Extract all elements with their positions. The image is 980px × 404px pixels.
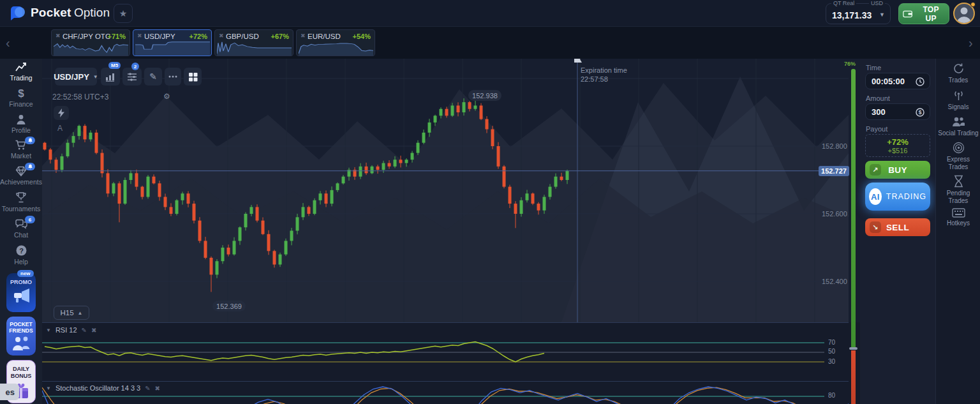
cut-tooltip: es (0, 384, 19, 400)
close-icon[interactable]: ✖ (301, 33, 306, 39)
sparkline (135, 40, 210, 56)
payout-percent: +72% (887, 137, 909, 147)
candlestick-chart-canvas[interactable] (42, 59, 860, 404)
timeframe-selector-button[interactable]: H15 ▲ (54, 306, 89, 320)
promo-new-badge: new (17, 270, 34, 277)
close-icon[interactable]: ✖ (219, 33, 224, 39)
sparkline (299, 40, 373, 56)
sentiment-bar-handle[interactable] (849, 347, 858, 350)
tab-pair-label: EUR/USD (308, 33, 341, 40)
edit-pencil-icon[interactable]: ✎ (145, 385, 150, 392)
clock-icon[interactable] (916, 77, 924, 86)
balance-selector[interactable]: QT Real USD 13,171.33 ▼ (826, 3, 891, 24)
notification-badge (25, 137, 35, 144)
gear-icon[interactable]: ⚙ (163, 92, 170, 101)
close-icon[interactable]: ✖ (137, 33, 142, 39)
asset-tab-gbpusd[interactable]: ✖ GBP/USD +67% (214, 29, 293, 56)
history-icon (953, 63, 965, 75)
close-icon[interactable]: ✖ (56, 33, 61, 39)
rightnav-item-hotkeys[interactable]: Hotkeys (936, 208, 980, 227)
remove-icon[interactable]: ✖ (91, 327, 96, 334)
concentric-circles-icon (953, 142, 965, 154)
asset-tab-usdjpy-active[interactable]: ✖ USD/JPY +72% (133, 29, 212, 56)
rightnav-item-signals[interactable]: Signals (936, 89, 980, 111)
chat-count-badge: 6 (25, 216, 35, 223)
sidebar-item-market[interactable]: Market (0, 139, 42, 160)
promo-card[interactable]: PROMO (6, 273, 36, 312)
rightnav-item-social-trading[interactable]: Social Trading (936, 116, 980, 137)
buy-sentiment-percent: 76% (844, 61, 856, 67)
svg-text:$: $ (919, 109, 922, 116)
expiration-label: Expiration time (581, 66, 627, 74)
symbol-label: USD/JPY (54, 72, 89, 82)
people-icon (951, 116, 965, 128)
friends-label-line1: POCKET (6, 321, 36, 327)
sidebar-item-help[interactable]: ? Help (0, 244, 42, 266)
amount-field-label: Amount (866, 94, 890, 102)
friends-label-line2: FRIENDS (6, 327, 36, 334)
sidebar-item-achievements[interactable]: Achievements (0, 165, 42, 186)
top-up-button[interactable]: TOP UP (898, 3, 949, 24)
top-bar: Pocket Option ★ QT Real USD 13,171.33 ▼ … (0, 0, 980, 27)
left-sidebar: Trading $ Finance Profile Market Achieve… (0, 59, 42, 404)
promo-label: PROMO (6, 279, 36, 285)
tabs-scroll-left-icon[interactable]: ‹ (6, 36, 10, 49)
asset-tab-chfjpy[interactable]: ✖ CHF/JPY OTC +71% (51, 29, 130, 56)
favorites-star-button[interactable]: ★ (114, 4, 133, 23)
rightnav-item-pending-trades[interactable]: Pending Trades (936, 175, 980, 205)
svg-text:$: $ (18, 87, 24, 99)
server-clock: 22:52:58 UTC+3 (52, 93, 108, 101)
price-axis-label: 152.800 (822, 142, 847, 150)
expiration-time-input[interactable]: 00:05:00 (865, 73, 930, 89)
quick-trade-lightning-button[interactable] (54, 106, 69, 120)
sidebar-item-tournaments[interactable]: Tournaments (0, 191, 42, 213)
chart-type-button[interactable] (101, 68, 120, 86)
rightnav-item-trades[interactable]: Trades (936, 63, 980, 84)
sidebar-item-trading[interactable]: Trading (0, 61, 42, 82)
symbol-selector-button[interactable]: USD/JPY ▼ (55, 68, 97, 86)
tabs-scroll-right-icon[interactable]: › (969, 36, 973, 49)
rsi-panel-header: ▼ RSI 12 ✎ ✖ (46, 326, 96, 334)
sparkline (54, 40, 128, 56)
asset-tab-eurusd[interactable]: ✖ EUR/USD +54% (296, 29, 375, 56)
timeframe-label: H15 (60, 309, 73, 317)
bonus-label-line2: BONUS (7, 373, 35, 380)
price-axis-label: 152.400 (822, 278, 847, 285)
dollar-circle-icon[interactable]: $ (916, 108, 924, 117)
collapse-chevron-icon[interactable]: ▼ (46, 327, 51, 333)
ai-trading-button[interactable]: AI TRADING (865, 183, 930, 211)
drawing-tools-button[interactable]: ✎ (144, 68, 162, 86)
collapse-chevron-icon[interactable]: ▼ (46, 385, 51, 391)
edit-pencil-icon[interactable]: ✎ (82, 327, 87, 334)
right-sidebar: Trades Signals Social Trading Express Tr… (935, 59, 980, 404)
top-up-label: TOP UP (917, 5, 945, 23)
more-options-button[interactable] (165, 68, 181, 86)
tab-pair-label: USD/JPY (144, 33, 175, 40)
amount-input[interactable]: 300 $ (865, 103, 930, 120)
tab-pair-label: CHF/JPY OTC (63, 33, 110, 40)
indicators-button[interactable] (122, 68, 142, 86)
rightnav-item-express-trades[interactable]: Express Trades (936, 142, 980, 171)
pocket-friends-card[interactable]: POCKET FRIENDS (6, 317, 36, 355)
sidebar-item-chat[interactable]: 6 Chat (0, 218, 42, 239)
layout-grid-button[interactable] (184, 68, 202, 86)
remove-icon[interactable]: ✖ (155, 385, 160, 392)
annotation-marker[interactable]: A (57, 124, 63, 133)
chevron-down-icon: ▼ (879, 11, 885, 18)
star-icon: ★ (119, 8, 128, 19)
sell-button[interactable]: ↘ SELL (865, 218, 930, 236)
rsi-title: RSI 12 (56, 326, 77, 334)
sidebar-item-profile[interactable]: Profile (0, 114, 42, 134)
tab-change-label: +67% (271, 33, 289, 40)
buy-button[interactable]: ↗ BUY (865, 161, 930, 179)
ai-logo: AI (869, 188, 882, 205)
sidebar-item-finance[interactable]: $ Finance (0, 87, 42, 108)
trophy-icon (15, 191, 27, 204)
stochastic-panel-header: ▼ Stochastic Oscillator 14 3 3 ✎ ✖ (46, 384, 160, 392)
bell-icon (28, 164, 33, 169)
indicators-count-badge: 2 (131, 63, 139, 70)
notification-dot (970, 2, 976, 7)
pocket-option-logo-icon[interactable] (9, 5, 26, 22)
wallet-icon (903, 10, 912, 18)
antenna-icon (953, 89, 965, 101)
